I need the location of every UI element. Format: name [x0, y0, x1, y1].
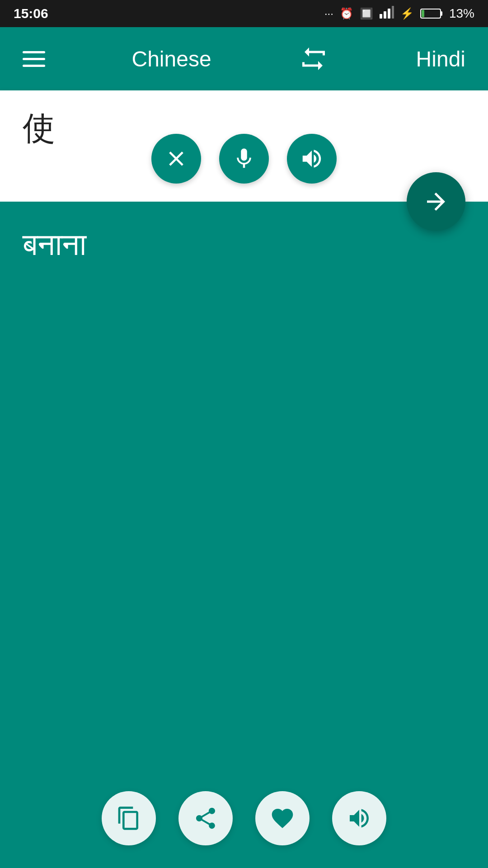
alarm-icon: ⏰ [340, 7, 353, 20]
battery-icon [420, 8, 443, 19]
speak-translation-button[interactable] [332, 791, 386, 845]
lightning-icon: ⚡ [400, 7, 414, 20]
translate-button[interactable] [407, 172, 465, 231]
sim-icon: 🔲 [360, 7, 373, 20]
source-panel-wrapper: 使 [0, 90, 488, 202]
toolbar: Chinese Hindi [0, 27, 488, 90]
svg-rect-0 [380, 14, 382, 19]
translation-text: बनाना [23, 224, 465, 264]
svg-rect-2 [388, 9, 390, 19]
dots-icon: ··· [324, 7, 333, 20]
source-language-button[interactable]: Chinese [132, 47, 211, 71]
status-bar: 15:06 ··· ⏰ 🔲 ⚡ 13% [0, 0, 488, 27]
status-time: 15:06 [14, 6, 48, 21]
svg-rect-1 [384, 11, 386, 19]
share-button[interactable] [178, 791, 233, 845]
speak-source-button[interactable] [287, 134, 337, 184]
svg-rect-5 [422, 10, 424, 17]
copy-button[interactable] [102, 791, 156, 845]
favorite-button[interactable] [255, 791, 310, 845]
swap-languages-button[interactable] [298, 45, 329, 72]
source-actions [151, 134, 337, 184]
translation-actions [102, 791, 386, 845]
microphone-button[interactable] [219, 134, 269, 184]
translation-panel: बनाना [0, 202, 488, 868]
svg-rect-6 [441, 11, 442, 16]
battery-percent: 13% [449, 6, 474, 21]
main-content: 使 [0, 90, 488, 868]
target-language-button[interactable]: Hindi [416, 47, 465, 71]
status-icons: ··· ⏰ 🔲 ⚡ 13% [324, 6, 474, 21]
signal-icon [380, 6, 394, 21]
clear-button[interactable] [151, 134, 201, 184]
menu-button[interactable] [23, 51, 45, 67]
svg-rect-3 [392, 6, 394, 19]
